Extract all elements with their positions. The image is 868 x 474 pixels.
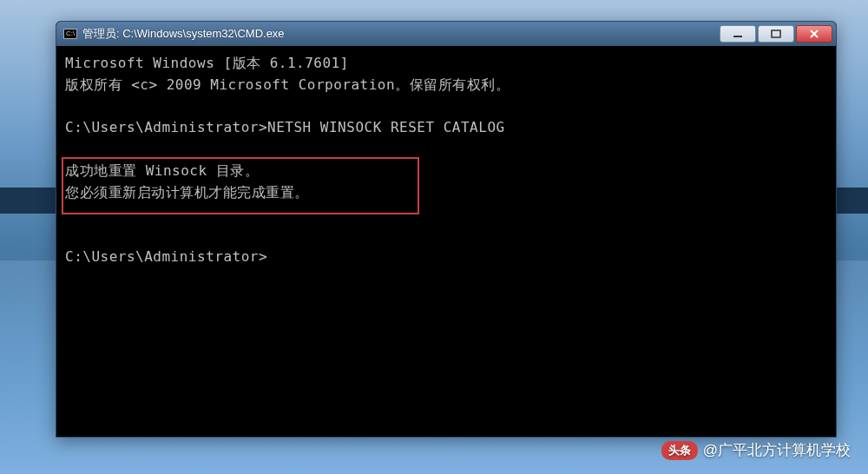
window-controls	[720, 25, 832, 43]
window-title: 管理员: C:\Windows\system32\CMD.exe	[82, 26, 720, 42]
terminal-line: C:\Users\Administrator>NETSH WINSOCK RES…	[65, 119, 505, 135]
maximize-icon	[771, 30, 781, 38]
maximize-button[interactable]	[758, 25, 794, 43]
close-icon	[809, 30, 819, 38]
cmd-icon: C:\	[63, 29, 77, 39]
watermark-badge: 头条	[661, 441, 698, 460]
svg-rect-1	[772, 30, 780, 37]
minimize-button[interactable]	[720, 25, 756, 43]
terminal-line: 您必须重新启动计算机才能完成重置。	[65, 184, 309, 201]
close-button[interactable]	[796, 25, 832, 43]
terminal-line: C:\Users\Administrator>	[65, 248, 267, 265]
terminal-body[interactable]: Microsoft Windows [版本 6.1.7601] 版权所有 <c>…	[56, 46, 836, 275]
watermark-handle: @广平北方计算机学校	[703, 440, 851, 460]
terminal-line: 成功地重置 Winsock 目录。	[65, 162, 259, 179]
terminal-line: 版权所有 <c> 2009 Microsoft Corporation。保留所有…	[65, 76, 510, 93]
terminal-line: Microsoft Windows [版本 6.1.7601]	[65, 55, 349, 71]
svg-rect-0	[733, 36, 742, 37]
titlebar[interactable]: C:\ 管理员: C:\Windows\system32\CMD.exe	[56, 22, 836, 46]
minimize-icon	[733, 30, 743, 38]
watermark: 头条 @广平北方计算机学校	[661, 440, 851, 460]
cmd-window: C:\ 管理员: C:\Windows\system32\CMD.exe Mic…	[56, 21, 837, 438]
